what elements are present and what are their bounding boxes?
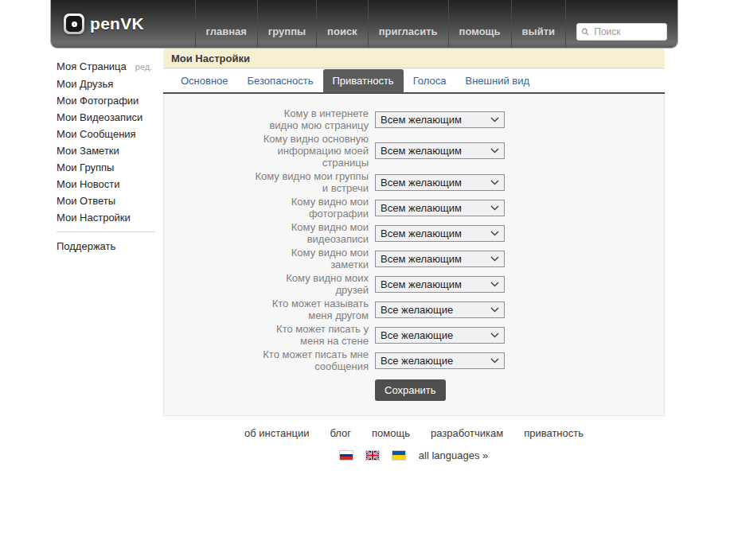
logo-text: penVK — [90, 14, 144, 33]
sidebar-item-my-settings[interactable]: Мои Настройки — [57, 212, 163, 223]
sidebar-item-my-friends[interactable]: Мои Друзья — [57, 79, 163, 89]
chevron-down-icon — [490, 117, 499, 122]
sidebar-item-my-answers[interactable]: Мои Ответы — [57, 196, 163, 206]
footer-links: об инстанции блог помощь разработчикам п… — [163, 427, 665, 439]
chevron-down-icon — [490, 231, 499, 236]
footer: об инстанции блог помощь разработчикам п… — [163, 427, 665, 461]
nav-item-invite[interactable]: пригласить — [368, 0, 448, 48]
field-label: Кому видно мои видеозаписи — [164, 221, 369, 245]
chevron-down-icon — [490, 148, 499, 154]
tab-general[interactable]: Основное — [171, 69, 238, 92]
sidebar: Моя Страницаред. Мои Друзья Мои Фотограф… — [50, 49, 163, 461]
field-label: Кому видно моих друзей — [164, 272, 369, 296]
field-label: Кому видно мои фотографии — [164, 196, 369, 220]
page-title: Мои Настройки — [163, 49, 665, 68]
header-nav: главная группы поиск пригласить помощь в… — [195, 0, 677, 48]
chevron-down-icon — [490, 256, 499, 262]
uk-flag-icon[interactable] — [366, 451, 379, 460]
messages-select[interactable]: Все желающие — [375, 352, 505, 369]
footer-link-privacy[interactable]: приватность — [524, 427, 584, 439]
wall-post-select[interactable]: Все желающие — [375, 327, 505, 344]
notes-visibility-select[interactable]: Всем желающим — [375, 251, 505, 267]
header-search-area — [565, 0, 677, 48]
all-languages-link[interactable]: all languages » — [419, 449, 488, 461]
openvk-logo-icon — [64, 14, 84, 34]
tab-appearance[interactable]: Внешний вид — [455, 69, 539, 92]
search-box — [576, 23, 667, 41]
videos-visibility-select[interactable]: Всем желающим — [375, 225, 505, 242]
sidebar-item-my-photos[interactable]: Мои Фотографии — [57, 95, 163, 106]
field-label: Кому видно мои группы и встречи — [164, 170, 369, 194]
nav-item-logout[interactable]: выйти — [511, 0, 565, 48]
openvk-logo[interactable]: penVK — [51, 0, 195, 48]
chevron-down-icon — [490, 332, 499, 338]
chevron-down-icon — [490, 307, 499, 313]
field-label: Кому видно мои заметки — [164, 247, 369, 270]
sidebar-item-my-notes[interactable]: Мои Заметки — [57, 146, 163, 156]
form-row: Кому видно мои видеозаписи Всем желающим — [164, 221, 664, 245]
privacy-form: Кому в интернете видно мою страницу Всем… — [163, 94, 665, 416]
tab-privacy[interactable]: Приватность — [323, 69, 404, 92]
form-row: Кому в интернете видно мою страницу Всем… — [164, 107, 664, 131]
field-label: Кто может писать мне сообщения — [164, 348, 369, 372]
groups-visibility-select[interactable]: Всем желающим — [375, 174, 505, 191]
footer-link-help[interactable]: помощь — [372, 427, 410, 439]
footer-link-about-instance[interactable]: об инстанции — [244, 427, 309, 439]
form-row: Кому видно мои заметки Всем желающим — [164, 247, 664, 270]
form-row: Кому видно моих друзей Всем желающим — [164, 272, 664, 296]
field-label: Кому в интернете видно мою страницу — [164, 107, 369, 131]
friend-add-select[interactable]: Все желающие — [375, 301, 505, 318]
basic-info-visibility-select[interactable]: Всем желающим — [375, 142, 505, 159]
footer-languages: all languages » — [163, 449, 665, 461]
form-row: Кому видно основную информацию моей стра… — [164, 133, 664, 169]
settings-tabs: Основное Безопасность Приватность Голоса… — [163, 68, 665, 94]
field-label: Кто может называть меня другом — [164, 298, 369, 321]
field-label: Кто может писать у меня на стене — [164, 323, 369, 347]
edit-page-link[interactable]: ред. — [135, 62, 152, 72]
photos-visibility-select[interactable]: Всем желающим — [375, 200, 505, 216]
chevron-down-icon — [490, 180, 499, 185]
chevron-down-icon — [490, 205, 499, 211]
sidebar-item-my-page[interactable]: Моя Страницаред. — [57, 61, 163, 72]
content-column: Мои Настройки Основное Безопасность Прив… — [163, 49, 665, 461]
nav-item-main[interactable]: главная — [195, 0, 257, 48]
page-visibility-select[interactable]: Всем желающим — [375, 111, 505, 128]
nav-item-search[interactable]: поиск — [316, 0, 368, 48]
form-row: Кому видно мои группы и встречи Всем жел… — [164, 170, 664, 194]
footer-link-blog[interactable]: блог — [330, 427, 351, 439]
search-icon — [581, 27, 589, 37]
sidebar-item-donate[interactable]: Поддержать — [57, 241, 163, 251]
save-button[interactable]: Сохранить — [375, 379, 446, 401]
nav-item-help[interactable]: помощь — [448, 0, 511, 48]
form-row: Кому видно мои фотографии Всем желающим — [164, 196, 664, 220]
page: penVK главная группы поиск пригласить по… — [0, 0, 730, 560]
top-header: penVK главная группы поиск пригласить по… — [50, 0, 678, 49]
sidebar-divider — [57, 231, 155, 232]
save-row: Сохранить — [375, 379, 664, 401]
site-container: penVK главная группы поиск пригласить по… — [50, 0, 678, 461]
ukraine-flag-icon[interactable] — [392, 451, 405, 460]
footer-link-developers[interactable]: разработчикам — [431, 427, 503, 439]
tab-security[interactable]: Безопасность — [238, 69, 323, 92]
form-row: Кто может писать мне сообщения Все желаю… — [164, 348, 664, 372]
chevron-down-icon — [490, 358, 499, 364]
form-row: Кто может писать у меня на стене Все жел… — [164, 323, 664, 347]
search-input[interactable] — [592, 25, 662, 38]
chevron-down-icon — [490, 282, 499, 287]
sidebar-item-my-videos[interactable]: Мои Видеозаписи — [57, 112, 163, 122]
tab-votes[interactable]: Голоса — [404, 69, 456, 92]
russia-flag-icon[interactable] — [340, 451, 353, 460]
nav-item-groups[interactable]: группы — [257, 0, 316, 48]
form-row: Кто может называть меня другом Все желаю… — [164, 298, 664, 321]
sidebar-item-my-groups[interactable]: Мои Группы — [57, 162, 163, 173]
friends-visibility-select[interactable]: Всем желающим — [375, 276, 505, 293]
sidebar-item-my-messages[interactable]: Мои Сообщения — [57, 129, 163, 139]
sidebar-item-my-news[interactable]: Мои Новости — [57, 179, 163, 189]
field-label: Кому видно основную информацию моей стра… — [164, 133, 369, 169]
